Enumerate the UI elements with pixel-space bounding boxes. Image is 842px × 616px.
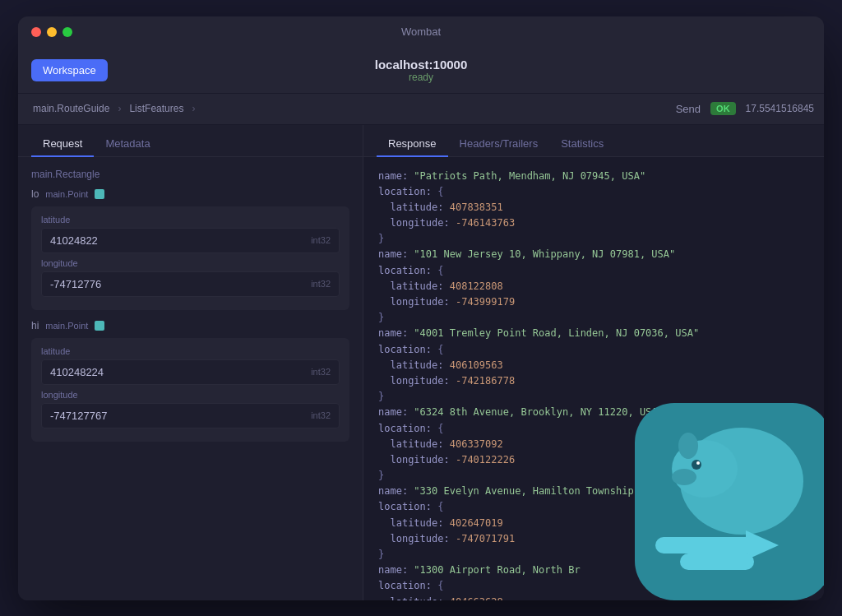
hi-fields: latitude 410248224 int32 longitude -7471…: [31, 338, 349, 442]
toolbar: Workspace localhost:10000 ready: [18, 48, 824, 94]
section-label: main.Rectangle: [31, 169, 349, 180]
connection-info: localhost:10000 ready: [375, 58, 468, 83]
hi-type: main.Point: [45, 321, 88, 331]
main-content: Request Metadata main.Rectangle lo main.…: [18, 125, 824, 600]
hi-lat-label: latitude: [41, 346, 340, 356]
lo-fields: latitude 41024822 int32 longitude -74712…: [31, 206, 349, 310]
lo-lat-value: 41024822: [50, 234, 98, 247]
panel-tabs: Request Metadata: [18, 125, 363, 157]
app-window: Wombat Workspace localhost:10000 ready m…: [18, 16, 824, 600]
hi-lon-value: -747127767: [50, 410, 107, 422]
hi-color-dot: [95, 321, 104, 331]
minimize-button[interactable]: [47, 27, 57, 37]
timer-text: 17.5541516845: [746, 103, 814, 114]
status-label: ready: [409, 72, 433, 83]
maximize-button[interactable]: [62, 27, 72, 37]
title-bar: Wombat: [18, 16, 824, 48]
tab-response[interactable]: Response: [377, 132, 448, 157]
method-item[interactable]: ListFeatures: [124, 100, 188, 117]
close-button[interactable]: [31, 27, 41, 37]
tab-request[interactable]: Request: [31, 132, 94, 157]
hi-lat-type: int32: [311, 367, 331, 377]
window-title: Wombat: [401, 25, 441, 38]
hi-lat-field[interactable]: 410248224 int32: [41, 359, 340, 385]
hi-header: hi main.Point: [31, 320, 349, 331]
lo-lon-field[interactable]: -74712776 int32: [41, 271, 340, 297]
lo-lat-field[interactable]: 41024822 int32: [41, 228, 340, 253]
lo-lat-label: latitude: [41, 215, 340, 225]
response-body[interactable]: name: "Patriots Path, Mendham, NJ 07945,…: [363, 157, 824, 600]
lo-key: lo: [31, 188, 39, 200]
lo-lon-label: longitude: [41, 258, 340, 268]
nav-separator-2: ›: [192, 103, 195, 114]
lo-color-dot: [95, 189, 104, 199]
workspace-button[interactable]: Workspace: [31, 59, 108, 81]
lo-lon-value: -74712776: [50, 278, 101, 290]
lo-type: main.Point: [45, 189, 88, 199]
route-item[interactable]: main.RouteGuide: [28, 100, 114, 117]
status-badge: OK: [710, 102, 736, 115]
left-panel: Request Metadata main.Rectangle lo main.…: [18, 125, 363, 600]
response-tabs: Response Headers/Trailers Statistics: [363, 125, 824, 157]
lo-lon-type: int32: [311, 279, 331, 289]
hi-group: hi main.Point latitude 410248224 int32 l…: [31, 320, 349, 442]
nav-separator-1: ›: [118, 103, 121, 114]
lo-lat-type: int32: [311, 235, 331, 245]
tab-statistics[interactable]: Statistics: [549, 132, 615, 157]
lo-header: lo main.Point: [31, 188, 349, 200]
hi-key: hi: [31, 320, 39, 331]
right-panel: Response Headers/Trailers Statistics nam…: [363, 125, 824, 600]
tab-headers[interactable]: Headers/Trailers: [448, 132, 550, 157]
tab-metadata[interactable]: Metadata: [94, 132, 161, 157]
traffic-lights: [31, 27, 72, 37]
hi-lon-field[interactable]: -747127767 int32: [41, 403, 340, 428]
nav-bar: main.RouteGuide › ListFeatures › Send OK…: [18, 94, 824, 125]
hi-lon-type: int32: [311, 410, 331, 420]
panel-body: main.Rectangle lo main.Point latitude 41…: [18, 157, 363, 600]
hi-lon-label: longitude: [41, 390, 340, 400]
lo-group: lo main.Point latitude 41024822 int32 lo…: [31, 188, 349, 310]
hi-lat-value: 410248224: [50, 366, 104, 378]
host-label: localhost:10000: [375, 58, 468, 72]
send-button[interactable]: Send: [669, 100, 707, 118]
